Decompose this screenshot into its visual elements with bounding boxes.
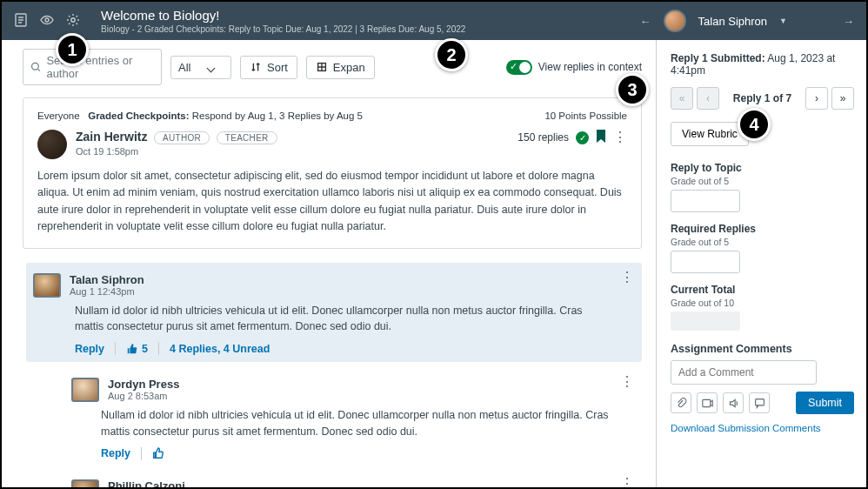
thread-reply: ⋮ Phillip Calzoni Aug 4 11:14am Nullam i… [57, 469, 642, 488]
audio-icon [728, 398, 739, 409]
checkpoints-label: Graded Checkpoints: [88, 111, 189, 121]
author-name: Zain Herwitz [76, 130, 147, 144]
reply-body: Nullam id dolor id nibh ultricies vehicu… [75, 303, 588, 336]
reply-topic-grade-input[interactable] [671, 190, 740, 212]
kebab-icon[interactable]: ⋮ [620, 271, 633, 284]
check-icon: ✓ [576, 131, 589, 144]
download-comments-link[interactable]: Download Submission Comments [671, 423, 821, 433]
like-button[interactable]: 5 [126, 343, 148, 355]
topic-date: Oct 19 1:58pm [76, 146, 277, 157]
reply-count: 150 replies [517, 131, 569, 144]
discussion-main: Search entries or author All Sort Expan … [2, 40, 656, 487]
checkpoints-text: Respond by Aug 1, 3 Replies by Aug 5 [192, 111, 363, 121]
bookmark-icon[interactable] [596, 130, 606, 145]
reply-body: Nullam id dolor id nibh ultricies vehicu… [101, 407, 614, 440]
grading-sidebar: Reply 1 Submitted: Aug 1, 2023 at 4:41pm… [656, 40, 866, 487]
svg-rect-5 [702, 399, 710, 406]
pager-label: Reply 1 of 7 [723, 92, 802, 104]
user-name[interactable]: Talan Siphron [698, 15, 768, 28]
filter-select[interactable]: All [170, 56, 231, 79]
svg-rect-6 [755, 399, 764, 405]
separator [115, 342, 116, 355]
kebab-icon[interactable]: ⋮ [620, 376, 633, 388]
reply-topic-sub: Grade out of 5 [671, 176, 854, 186]
topic-card: Everyone Graded Checkpoints: Respond by … [23, 97, 642, 249]
media-button[interactable] [697, 392, 718, 413]
student-reply: ⋮ Talan Siphron Aug 1 12:43pm Nullam id … [26, 263, 642, 363]
reply-author: Phillip Calzoni [108, 479, 185, 488]
submit-button[interactable]: Submit [796, 392, 854, 414]
page-subtitle: Biology - 2 Graded Checkpoints: Reply to… [101, 24, 640, 34]
thread-reply: ⋮ Jordyn Press Aug 2 8:53am Nullam id do… [57, 367, 642, 467]
required-replies-label: Required Replies [671, 223, 854, 235]
sort-icon [250, 61, 262, 73]
page-title: Welcome to Biology! [101, 8, 640, 23]
search-icon [30, 61, 41, 73]
gear-icon[interactable] [66, 13, 80, 30]
required-replies-sub: Grade out of 5 [671, 237, 854, 247]
attach-file-button[interactable] [671, 392, 691, 413]
pager-last-button[interactable]: » [831, 87, 854, 110]
points-possible: 10 Points Possible [544, 111, 627, 121]
like-button[interactable] [152, 447, 164, 459]
reply-pager: « ‹ Reply 1 of 7 › » [671, 87, 854, 110]
assignment-comments-label: Assignment Comments [671, 343, 854, 355]
comment-input[interactable] [671, 360, 817, 385]
reply-date: Aug 2 8:53am [108, 391, 179, 401]
current-total-sub: Grade out of 10 [671, 298, 854, 308]
sort-label: Sort [267, 61, 288, 74]
toggle-switch-icon [506, 60, 532, 75]
audience: Everyone [37, 111, 80, 121]
topic-body: Lorem ipsum dolor sit amet, consectetur … [37, 168, 627, 236]
separator [158, 342, 159, 355]
svg-point-1 [45, 18, 49, 22]
reply-avatar[interactable] [71, 378, 99, 402]
speech-button[interactable] [749, 392, 770, 413]
author-avatar[interactable] [37, 130, 67, 159]
reply-button[interactable]: Reply [75, 343, 104, 355]
required-replies-grade-input[interactable] [671, 251, 740, 273]
reply-button[interactable]: Reply [101, 447, 130, 459]
thumbs-up-icon [152, 447, 164, 459]
current-total-display [671, 311, 740, 331]
like-count: 5 [142, 343, 148, 355]
comment-icon [754, 398, 765, 409]
next-student-arrow-icon[interactable]: → [843, 15, 854, 28]
current-total-label: Current Total [671, 284, 854, 296]
teacher-badge: TEACHER [217, 131, 277, 144]
callout-3: 3 [616, 73, 649, 106]
reply-avatar[interactable] [33, 273, 61, 298]
pager-next-button[interactable]: › [805, 87, 828, 110]
search-input[interactable]: Search entries or author [23, 49, 162, 85]
caret-down-icon[interactable]: ▼ [779, 17, 787, 25]
separator [141, 447, 142, 460]
paperclip-icon [676, 398, 687, 409]
prev-student-arrow-icon[interactable]: ← [640, 15, 651, 28]
svg-point-3 [32, 63, 39, 70]
callout-1: 1 [56, 33, 89, 66]
view-context-toggle[interactable]: View replies in context [506, 60, 642, 75]
submitted-label: Reply 1 Submitted: [671, 52, 765, 64]
author-badge: AUTHOR [154, 131, 210, 144]
top-bar: Welcome to Biology! Biology - 2 Graded C… [2, 2, 866, 40]
reply-avatar[interactable] [71, 479, 99, 488]
media-icon [702, 398, 713, 409]
expand-button[interactable]: Expan [306, 56, 375, 79]
pager-prev-button[interactable]: ‹ [697, 87, 719, 110]
kebab-icon[interactable]: ⋮ [613, 134, 627, 141]
callout-2: 2 [435, 38, 468, 71]
callout-4: 4 [738, 108, 771, 141]
reply-date: Aug 1 12:43pm [70, 286, 144, 297]
expand-label: Expan [333, 61, 365, 74]
rubric-icon[interactable] [14, 13, 28, 30]
eye-icon[interactable] [40, 13, 54, 30]
pager-first-button[interactable]: « [671, 87, 693, 110]
audio-button[interactable] [723, 392, 744, 413]
user-avatar[interactable] [664, 10, 686, 32]
thread-link[interactable]: 4 Replies, 4 Unread [170, 343, 270, 355]
sort-button[interactable]: Sort [240, 56, 297, 79]
expand-icon [316, 61, 328, 73]
kebab-icon[interactable]: ⋮ [620, 478, 633, 488]
svg-point-2 [71, 17, 75, 21]
toggle-label: View replies in context [538, 61, 642, 73]
